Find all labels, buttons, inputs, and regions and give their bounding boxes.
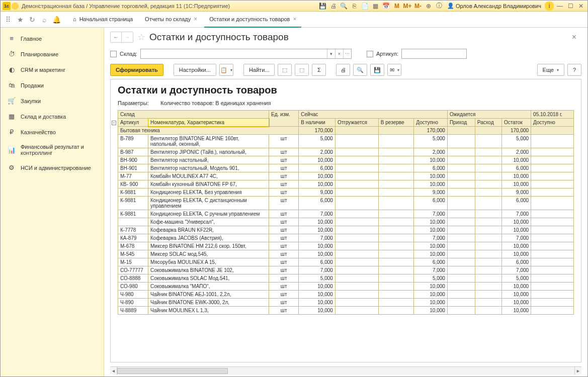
article-checkbox[interactable] (367, 51, 373, 57)
table-row[interactable]: СО-77777Соковыжималка BINATONE JE 102,шт… (118, 266, 574, 274)
save-report-button[interactable]: 💾 (370, 64, 384, 76)
sidebar-item[interactable]: ₽Казначейство (1, 124, 104, 140)
warehouse-combo[interactable]: ▾ × ⋯ (140, 49, 352, 59)
table-group-row[interactable]: Бытовая техника170,000170,000170,000 (118, 127, 574, 135)
horizontal-scrollbar[interactable]: ◄ ► (110, 366, 581, 374)
sidebar-icon: ⏱ (8, 50, 16, 58)
table-row[interactable]: К-9881Кондиционер ELEKTA, С дистанционны… (118, 197, 574, 210)
zoom-in-icon[interactable]: ⊕ (424, 2, 433, 11)
sidebar-item[interactable]: 🛒Закупки (1, 93, 104, 109)
collapse-button[interactable]: ⬚ (295, 64, 309, 76)
sidebar-item[interactable]: ⚙НСИ и администрирование (1, 160, 104, 175)
minimize-icon[interactable]: — (555, 2, 564, 11)
warehouse-input[interactable] (141, 49, 327, 58)
nav-forward-icon[interactable]: → (122, 32, 133, 42)
table-row[interactable]: К-9881Кондиционер ELEKTA, Без управления… (118, 189, 574, 197)
scroll-right-icon[interactable]: ► (574, 367, 581, 375)
table-row[interactable]: ВН-900Вентилятор настольный,шт10,00010,0… (118, 156, 574, 164)
save-icon[interactable]: 💾 (318, 2, 327, 11)
form-button[interactable]: Сформировать (110, 64, 163, 76)
print-icon[interactable]: 🖨 (329, 2, 338, 11)
apps-icon[interactable]: ⠿ (4, 15, 13, 24)
table-row[interactable]: В-789Вентилятор BINATONE ALPINE 160вт, н… (118, 135, 574, 148)
help-icon[interactable]: i (545, 2, 554, 11)
sidebar-item[interactable]: ◐CRM и маркетинг (1, 62, 104, 77)
table-row[interactable]: К-7778Кофеварка BRAUN KF22R,шт10,00010,0… (118, 226, 574, 234)
preview-button[interactable]: 🔍 (353, 64, 367, 76)
table-row[interactable]: СО-8888Соковыжималка SOLAC Мод.541,шт5,0… (118, 274, 574, 282)
report-params: Параметры: Количество товаров: В единица… (118, 100, 574, 106)
doc-icon[interactable]: 📄 (361, 2, 370, 11)
variants-button[interactable]: 📋▾ (219, 64, 233, 76)
sidebar-item[interactable]: 📊Финансовый результат и контроллинг (1, 140, 104, 160)
scroll-left-icon[interactable]: ◄ (110, 367, 117, 375)
warehouse-checkbox[interactable] (110, 51, 117, 57)
m-plus-icon[interactable]: M+ (403, 2, 412, 11)
bell-icon[interactable]: 🔔 (52, 15, 61, 24)
table-row[interactable]: М-545Миксер SOLAC мод.545,шт10,00010,000… (118, 250, 574, 258)
table-row[interactable]: КА-879Кофеварка JACOBS (Австрия),шт7,000… (118, 234, 574, 242)
titlebar-tools: 💾 🖨 🔍 ⎘ 📄 ▦ 📅 M M+ M- ⊕ ⓘ 👤Орлов Алексан… (318, 2, 585, 11)
table-row[interactable]: Ч-890Чайник BINATONE EWK-3000, 2л,шт10,0… (118, 299, 574, 307)
tab-warehouse-reports[interactable]: Отчеты по складу × (140, 12, 202, 28)
sidebar-item[interactable]: 🛍Продажи (1, 77, 104, 93)
report-title: Остатки и доступность товаров (118, 84, 574, 96)
sidebar-label: Продажи (21, 82, 44, 88)
table-row[interactable]: М-678Миксер BINATONE HM 212,6 скор. 150в… (118, 242, 574, 250)
expand-button[interactable]: ⬚ (278, 64, 292, 76)
info-icon[interactable]: ⓘ (435, 2, 444, 11)
table-row[interactable]: КВ- 900Комбайн кухонный BINATONE FP 67,ш… (118, 180, 574, 189)
maximize-icon[interactable]: ☐ (566, 2, 575, 11)
report-table[interactable]: СкладЕд. изм.СейчасОжидается05.10.2018 г… (118, 110, 574, 315)
table-row[interactable]: Ч-8889Чайник MOULINEX L 1,3,шт10,00010,0… (118, 307, 574, 315)
table-row[interactable]: Кофе-машина "Универсал",шт10,00010,00010… (118, 218, 574, 226)
sum-button[interactable]: Σ (312, 64, 326, 76)
tree-collapse-icon[interactable]: − (112, 121, 116, 125)
table-row[interactable]: Ч-980Чайник BINATONE AEJ-1001, 2,2л,шт10… (118, 291, 574, 299)
scroll-thumb[interactable] (117, 368, 228, 374)
table-row[interactable]: М-15Мясорубка MOULINEX A 15,шт6,0006,000… (118, 258, 574, 266)
search-icon[interactable]: ⌕ (40, 15, 49, 24)
close-tab-icon[interactable]: × (194, 16, 197, 23)
print-button[interactable]: 🖨 (336, 64, 350, 76)
m-minus-icon[interactable]: M- (413, 2, 423, 11)
article-input[interactable] (401, 49, 467, 59)
tab-stock-availability[interactable]: Остатки и доступность товаров × (204, 12, 301, 28)
table-row[interactable]: СО-980Соковыжималка "МАПО",шт10,00010,00… (118, 282, 574, 291)
compare-icon[interactable]: ⎘ (350, 2, 359, 11)
history-icon[interactable]: ↻ (28, 15, 37, 24)
settings-button[interactable]: Настройки... (174, 64, 216, 76)
nav-back-icon[interactable]: ← (111, 32, 122, 42)
calendar-icon[interactable]: 📅 (382, 2, 391, 11)
calc-icon[interactable]: ▦ (371, 2, 380, 11)
tab-home[interactable]: ⌂ Начальная страница (68, 12, 138, 28)
more-button[interactable]: Еще▾ (537, 64, 564, 76)
table-row[interactable]: В-987Вентилятор JIPONIC (Тайв.), напольн… (118, 148, 574, 156)
sidebar-icon: ▦ (8, 113, 16, 120)
close-page-icon[interactable]: × (572, 33, 581, 42)
combo-clear-icon[interactable]: × (335, 49, 343, 58)
sidebar-item[interactable]: ▦Склад и доставка (1, 109, 104, 124)
mail-button[interactable]: ✉▾ (387, 64, 401, 76)
close-window-icon[interactable]: ✕ (576, 2, 585, 11)
window-titlebar: 1c Демонстрационная база / Управление то… (1, 1, 587, 12)
star-icon[interactable]: ★ (16, 15, 25, 24)
preview-icon[interactable]: 🔍 (340, 2, 349, 11)
m-icon[interactable]: M (392, 2, 401, 11)
combo-open-icon[interactable]: ⋯ (343, 49, 351, 58)
sidebar-item[interactable]: ≡Главное (1, 31, 104, 46)
window-title: Демонстрационная база / Управление торго… (22, 3, 230, 9)
table-row[interactable]: ВН-901Вентилятор настольный, Модель 901,… (118, 164, 574, 172)
tree-gutter: − (112, 121, 118, 126)
user-badge[interactable]: 👤Орлов Александр Владимирович (445, 3, 543, 9)
app-menu-drop[interactable] (12, 3, 19, 10)
close-tab-icon[interactable]: × (293, 16, 296, 23)
favorite-star-icon[interactable]: ☆ (137, 32, 145, 43)
combo-drop-icon[interactable]: ▾ (327, 49, 335, 58)
help-button[interactable]: ? (567, 64, 581, 76)
sidebar-item[interactable]: ⏱Планирование (1, 46, 104, 62)
find-button[interactable]: Найти... (243, 64, 275, 76)
table-row[interactable]: М-77Комбайн MOULINEX A77 4C,шт10,00010,0… (118, 172, 574, 180)
sidebar-icon: ⚙ (8, 164, 16, 171)
table-row[interactable]: К-9881Кондиционер ELEKTA, С ручным управ… (118, 210, 574, 218)
